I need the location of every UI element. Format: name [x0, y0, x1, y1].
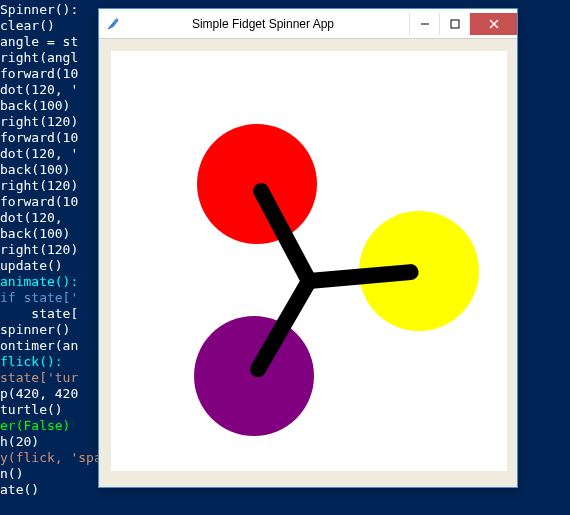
titlebar[interactable]: Simple Fidget Spinner App: [99, 9, 517, 39]
feather-icon: [105, 16, 121, 32]
maximize-button[interactable]: [439, 13, 469, 35]
close-button[interactable]: [469, 13, 517, 35]
window-controls: [409, 13, 517, 35]
minimize-button[interactable]: [409, 13, 439, 35]
svg-rect-2: [451, 20, 459, 28]
window-title: Simple Fidget Spinner App: [127, 17, 409, 31]
app-window: Simple Fidget Spinner App: [98, 8, 518, 488]
turtle-canvas[interactable]: [111, 51, 507, 471]
